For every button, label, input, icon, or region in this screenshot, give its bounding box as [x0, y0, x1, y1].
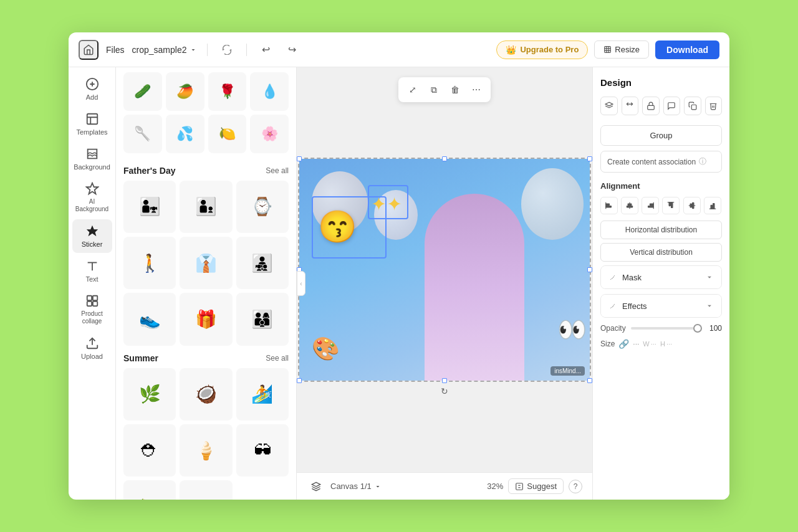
- sidebar-item-ai-background[interactable]: AI Background: [72, 177, 112, 218]
- sidebar-item-upload[interactable]: Upload: [72, 331, 112, 365]
- panel-collapse-handle[interactable]: ‹: [297, 271, 305, 296]
- sticker-item[interactable]: 🚶: [123, 237, 176, 289]
- sticker-item[interactable]: 💧: [250, 72, 289, 111]
- sticker-item[interactable]: 🍉: [123, 480, 176, 500]
- more-options-button[interactable]: ⋯: [467, 80, 486, 99]
- see-all-summer[interactable]: See all: [266, 354, 289, 363]
- sidebar-item-text[interactable]: Text: [72, 254, 112, 288]
- align-right-button[interactable]: [642, 197, 659, 214]
- align-center-h-button[interactable]: [621, 197, 638, 214]
- sticker-item[interactable]: 🥭: [166, 72, 204, 111]
- size-link-icon[interactable]: 🔗: [618, 339, 629, 349]
- sticker-item[interactable]: 💦: [166, 115, 204, 153]
- vertical-distribution-button[interactable]: Vertical distribution: [600, 243, 722, 262]
- sticker-item[interactable]: 🍦: [180, 424, 232, 477]
- sticker-section-header-summer: Summer See all: [123, 353, 289, 363]
- resize-handle-mr[interactable]: [587, 267, 592, 272]
- delete-button[interactable]: 🗑: [446, 80, 464, 99]
- resize-button[interactable]: Resize: [594, 40, 649, 59]
- align-top-button[interactable]: [662, 197, 680, 214]
- sticker-item[interactable]: ⛑: [123, 424, 176, 477]
- undo-button[interactable]: ↩: [257, 40, 276, 59]
- duplicate-tool-button[interactable]: [684, 97, 701, 115]
- copy-button[interactable]: ⧉: [425, 80, 443, 99]
- horizontal-distribution-button[interactable]: Horizontal distribution: [600, 221, 722, 239]
- redo-button[interactable]: ↪: [283, 40, 302, 59]
- sticker-item[interactable]: 👨‍👧‍👦: [236, 237, 289, 289]
- opacity-slider[interactable]: [631, 327, 702, 330]
- sticker-item[interactable]: 👟: [123, 293, 176, 345]
- balloon-right: [521, 168, 584, 240]
- home-button[interactable]: [79, 40, 99, 60]
- opacity-value: 100: [707, 324, 722, 333]
- effects-section: ⟋ Effects: [600, 294, 722, 318]
- group-button[interactable]: Group: [600, 125, 722, 146]
- see-all-fathers-day[interactable]: See all: [266, 166, 289, 175]
- divider2: [246, 44, 247, 56]
- lock-tool-button[interactable]: [642, 97, 660, 115]
- svg-rect-0: [605, 47, 611, 53]
- layers-button[interactable]: [307, 477, 325, 496]
- sticker-item[interactable]: 🕶: [236, 424, 289, 477]
- resize-handle-tl[interactable]: [297, 156, 302, 161]
- sync-button[interactable]: [218, 40, 236, 59]
- sticker-item[interactable]: 👨‍👩‍👦: [236, 293, 289, 345]
- size-more-options[interactable]: ···: [633, 340, 639, 348]
- sidebar-item-sticker[interactable]: Sticker: [72, 219, 112, 253]
- project-name[interactable]: crop_sample2: [132, 45, 197, 55]
- sticker-item[interactable]: 🌸: [250, 115, 289, 153]
- emoji-sticker-eyes[interactable]: 👀: [557, 316, 587, 343]
- sticker-item[interactable]: 🌹: [208, 72, 247, 111]
- canvas-inner: 😙 ✦✦ 👀 🎨 insMind... ↻: [297, 67, 592, 472]
- sidebar-item-add[interactable]: Add: [72, 72, 112, 106]
- resize-handle-tm[interactable]: [442, 156, 447, 161]
- svg-rect-4: [87, 114, 97, 125]
- sticker-item[interactable]: 🏄: [236, 368, 289, 420]
- resize-handle-br[interactable]: [587, 378, 592, 383]
- canvas-frame[interactable]: 😙 ✦✦ 👀 🎨 insMind... ↻: [298, 158, 591, 382]
- align-bottom-button[interactable]: [704, 197, 721, 214]
- sticker-item[interactable]: 👨‍👧: [123, 181, 176, 233]
- align-left-button[interactable]: [600, 197, 618, 214]
- suggest-button[interactable]: Suggest: [508, 478, 564, 494]
- effects-header[interactable]: ⟋ Effects: [601, 295, 721, 317]
- upgrade-button[interactable]: 👑 Upgrade to Pro: [496, 40, 588, 59]
- sidebar-item-templates[interactable]: Templates: [72, 107, 112, 141]
- resize-handle-bm[interactable]: [442, 378, 447, 383]
- mask-header[interactable]: ⟋ Mask: [601, 266, 721, 288]
- sticker-item[interactable]: 👒: [180, 480, 232, 500]
- content-association-button[interactable]: Create content association ⓘ: [600, 151, 722, 173]
- sidebar-label-ai-background: AI Background: [75, 198, 110, 213]
- sticker-item[interactable]: 🎁: [180, 293, 232, 345]
- size-row: Size 🔗 ··· W ··· H ···: [600, 339, 722, 349]
- sticker-grid-summer: 🌿 🥥 🏄 ⛑ 🍦 🕶 🍉 👒: [123, 368, 289, 500]
- files-label[interactable]: Files: [106, 45, 125, 55]
- emoji-sticker-stars[interactable]: ✦✦: [371, 193, 402, 215]
- align-center-v-button[interactable]: [683, 197, 701, 214]
- emoji-sticker-face[interactable]: 😙: [318, 209, 357, 245]
- resize-handle-tr[interactable]: [587, 156, 592, 161]
- layers-tool-button[interactable]: [600, 97, 618, 115]
- sidebar-item-background[interactable]: Background: [72, 142, 112, 176]
- sticker-item[interactable]: ⌚: [236, 181, 289, 233]
- resize-handle-bl[interactable]: [297, 378, 302, 383]
- rotate-handle[interactable]: ↻: [438, 384, 451, 398]
- fit-to-screen-button[interactable]: ⤢: [403, 80, 422, 99]
- sticker-item[interactable]: 👨‍👦: [180, 181, 232, 233]
- app-window: Files crop_sample2 ↩ ↪ 👑 Upgrade to Pro: [69, 32, 729, 500]
- sticker-item[interactable]: 🌿: [123, 368, 176, 420]
- sticker-item[interactable]: 🍋: [208, 115, 247, 153]
- svg-rect-28: [628, 204, 632, 205]
- sticker-item[interactable]: 🥥: [180, 368, 232, 420]
- sticker-item[interactable]: 🥒: [123, 72, 162, 111]
- comment-tool-button[interactable]: [663, 97, 681, 115]
- emoji-sticker-swirl[interactable]: 🎨: [312, 336, 340, 362]
- sticker-item[interactable]: 🥄: [123, 115, 162, 153]
- sticker-item[interactable]: 👔: [180, 237, 232, 289]
- delete-tool-button[interactable]: [705, 97, 723, 115]
- download-button[interactable]: Download: [655, 40, 719, 59]
- flip-tool-button[interactable]: [622, 97, 639, 115]
- sidebar-item-product-collage[interactable]: Product collage: [72, 289, 112, 330]
- help-button[interactable]: ?: [569, 480, 582, 493]
- opacity-thumb[interactable]: [693, 324, 702, 333]
